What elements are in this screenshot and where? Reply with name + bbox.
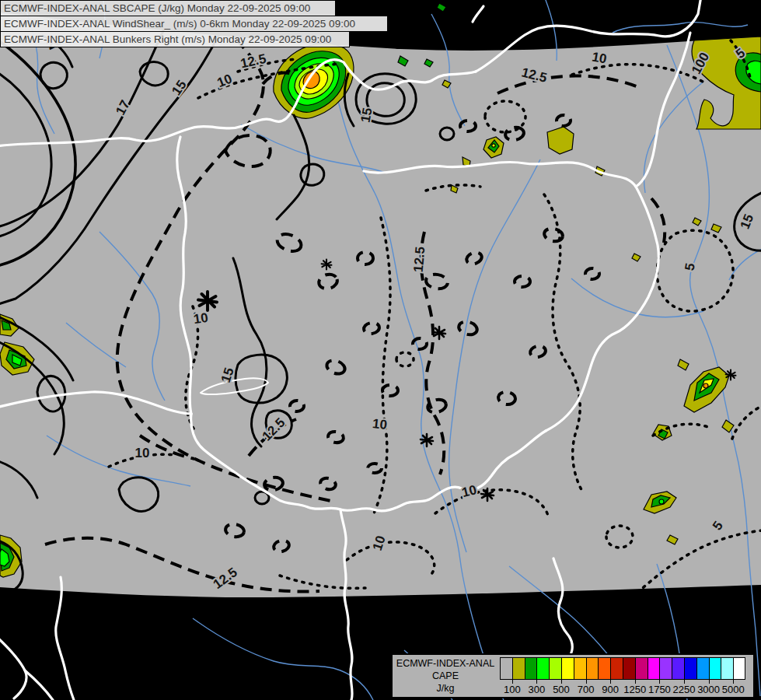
contour-label: 10 [591,50,608,67]
legend-colorbar [500,657,745,680]
legend-tick-label: 5000 [716,684,750,695]
title-row-sbcape: ECMWF-INDEX-ANAL SBCAPE (J/kg) Monday 22… [0,0,336,16]
legend-color-cell [598,657,610,680]
title-windshear-text: ECMWF-INDEX-ANAL WindShear_ (m/s) 0-6km … [4,18,355,30]
title-bunkers-text: ECMWF-INDEX-ANAL Bunkers Right (m/s) Mon… [4,33,331,45]
legend-color-cell [525,657,537,680]
title-row-bunkers: ECMWF-INDEX-ANAL Bunkers Right (m/s) Mon… [0,31,350,47]
legend-color-cell [512,657,525,680]
legend-color-cell [709,657,721,680]
legend-color-cell [684,657,696,680]
weather-map-window: 17201512.5101512.510100512.5101512.51051… [0,0,761,700]
legend-title-param: CAPE [393,670,498,682]
contour-label: 10 [135,446,150,460]
contour-label: 12.5 [411,246,428,273]
contour-label: 10 [372,416,388,432]
title-sbcape-text: ECMWF-INDEX-ANAL SBCAPE (J/kg) Monday 22… [4,2,310,14]
legend-color-cell [549,657,561,680]
legend-color-cell [500,657,512,680]
contour-label: 10 [193,310,209,327]
legend-title-model: ECMWF-INDEX-ANAL [393,657,498,670]
legend-color-cell [536,657,549,680]
title-row-windshear: ECMWF-INDEX-ANAL WindShear_ (m/s) 0-6km … [0,16,388,32]
legend-color-cell [561,657,574,680]
map-canvas: 17201512.5101512.510100512.5101512.51051… [0,0,761,700]
legend-title-unit: J/kg [393,682,498,695]
legend-color-cell [635,657,648,680]
contour-label: 15 [358,107,375,124]
legend-color-cell [733,657,745,680]
legend-color-cell [659,657,672,680]
legend-color-cell [586,657,599,680]
legend-color-cell [696,657,709,680]
legend-color-cell [574,657,586,680]
legend-color-cell [623,657,635,680]
legend-color-cell [648,657,660,680]
legend-color-cell [610,657,623,680]
legend-color-cell [672,657,684,680]
legend-color-cell [721,657,733,680]
legend-title-block: ECMWF-INDEX-ANAL CAPE J/kg [393,657,498,695]
cape-legend: ECMWF-INDEX-ANAL CAPE J/kg 1003005007009… [391,653,755,698]
